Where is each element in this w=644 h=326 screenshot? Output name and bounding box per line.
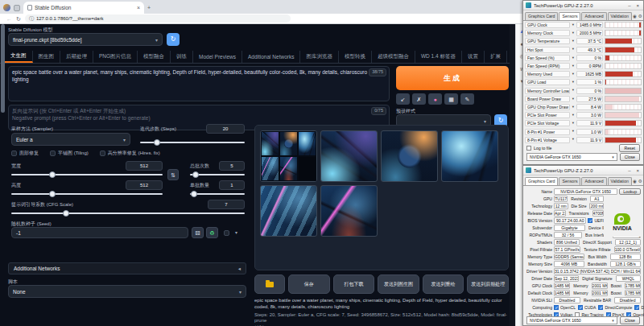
screenshot-icon[interactable]: ◉ [633, 14, 637, 19]
gallery-thumb[interactable] [381, 130, 438, 182]
chevron-down-icon[interactable]: ▾ [570, 47, 576, 52]
webui-tab[interactable]: 模型转换 [339, 51, 372, 63]
width-value[interactable]: 512 [126, 161, 163, 171]
height-value[interactable]: 512 [126, 180, 163, 190]
gpu-select-dropdown[interactable]: NVIDIA GeForce GTX 1650 ▾ [526, 316, 617, 324]
extra-networks-button[interactable]: ● [428, 93, 442, 105]
gallery-thumb[interactable] [320, 185, 378, 237]
webui-tab[interactable]: Additional Networks [242, 51, 300, 63]
gpuz-tab[interactable]: Graphics Card [525, 177, 558, 185]
close-icon[interactable]: × [634, 168, 641, 173]
steps-slider[interactable] [140, 142, 245, 143]
chevron-down-icon[interactable]: ▾ [570, 138, 576, 142]
profile-avatar[interactable] [3, 4, 10, 11]
close-icon[interactable]: × [634, 3, 641, 8]
back-icon[interactable]: ← [6, 16, 12, 22]
chevron-down-icon[interactable]: ▾ [570, 39, 576, 43]
send-to-img2img-button[interactable]: 发送到图生图 [378, 274, 419, 294]
webui-tab[interactable]: 设置 [462, 51, 485, 63]
option-checkbox[interactable]: 高分辨率修复 (Hires. fix) [100, 150, 160, 157]
gpuz-title-bar[interactable]: TechPowerUp GPU-Z 2.27.0 – × [523, 1, 643, 10]
seed-input[interactable]: -1 [11, 227, 188, 238]
webui-tab[interactable]: PNG图片信息 [93, 51, 138, 63]
chevron-down-icon[interactable]: ▾ [570, 23, 576, 27]
gpuz-tab[interactable]: Advanced [581, 12, 606, 20]
gpuz-tab[interactable]: Sensors [559, 177, 580, 185]
webui-tab[interactable]: 图生图 [33, 51, 61, 63]
lookup-button[interactable]: Lookup [619, 188, 641, 195]
steps-value[interactable]: 20 [206, 124, 245, 134]
cfg-slider[interactable] [11, 213, 245, 214]
gpuz-tab[interactable]: Validation [608, 12, 632, 20]
prompt-input[interactable]: epic space battle over a water planet, m… [9, 67, 389, 101]
save-style-button[interactable]: ✎ [460, 93, 474, 105]
gpuz-tab[interactable]: Graphics Card [525, 12, 558, 20]
close-button[interactable]: Close [620, 153, 640, 161]
chevron-down-icon[interactable]: ▾ [570, 56, 576, 60]
chevron-down-icon[interactable]: ▾ [570, 64, 576, 68]
clear-prompt-button[interactable]: ✗ [412, 93, 426, 105]
chevron-down-icon[interactable]: ▾ [570, 130, 576, 134]
tab-close-icon[interactable]: × [137, 5, 140, 10]
gallery-thumb-grid[interactable] [260, 130, 317, 182]
chevron-down-icon[interactable]: ▾ [570, 31, 576, 35]
script-dropdown[interactable]: None ▾ [8, 285, 246, 298]
webui-tab[interactable]: Model Previews [193, 51, 242, 63]
webui-tab[interactable]: 模型融合 [138, 51, 171, 63]
gallery-thumb[interactable] [320, 130, 378, 182]
batch-count-slider[interactable] [190, 174, 245, 175]
batch-count-value[interactable]: 5 [219, 161, 245, 171]
refresh-icon[interactable]: ↻ [16, 16, 21, 22]
send-to-extras-button[interactable]: 发送到后期处理 [467, 274, 509, 294]
page-scrollbar-thumb[interactable] [1, 24, 5, 113]
width-slider[interactable] [11, 174, 163, 175]
gpu-select-dropdown[interactable]: NVIDIA GeForce GTX 1650 ▾ [526, 153, 617, 161]
height-slider[interactable] [11, 193, 163, 195]
gpuz-title-bar[interactable]: TechPowerUp GPU-Z 2.27.0 – × [523, 166, 643, 175]
minimize-icon[interactable]: – [626, 168, 632, 173]
batch-size-value[interactable]: 1 [219, 180, 245, 190]
gpuz-tab[interactable]: Sensors [559, 12, 580, 20]
webui-tab[interactable]: 文生图 [5, 51, 33, 63]
batch-size-slider[interactable] [190, 193, 245, 195]
option-checkbox[interactable]: 面部修复 [11, 150, 39, 157]
checkbox-box[interactable] [50, 151, 56, 156]
webui-tab[interactable]: 后期处理 [60, 51, 93, 63]
settings-gear-icon[interactable]: ⚙ [638, 180, 642, 184]
checkpoint-dropdown[interactable]: final-prune.ckpt [8bd59c5dde] ▾ [8, 33, 163, 46]
generate-button[interactable]: 生成 [396, 66, 509, 90]
webui-tab[interactable]: 超级模型融合 [372, 51, 415, 63]
swap-dimensions-button[interactable]: ⇅ [167, 169, 179, 180]
checkbox-box[interactable] [100, 151, 105, 156]
webui-tab[interactable]: 训练 [171, 51, 193, 63]
checkbox-box[interactable] [224, 230, 229, 236]
page-scrollbar[interactable] [510, 24, 515, 326]
chevron-down-icon[interactable]: ▾ [570, 89, 576, 93]
minimize-icon[interactable]: – [626, 3, 632, 8]
random-seed-button[interactable]: ⚄ [192, 227, 204, 238]
chevron-down-icon[interactable]: ▾ [570, 97, 576, 101]
reuse-seed-button[interactable]: ♻ [206, 227, 218, 238]
webui-tab[interactable]: 图库浏览器 [300, 51, 339, 63]
save-button[interactable]: 保存 [288, 274, 330, 294]
close-button[interactable]: Close [620, 316, 640, 324]
additional-networks-accordion[interactable]: Additional Networks ◂ [8, 262, 246, 274]
workspace-icon[interactable] [14, 5, 20, 11]
cfg-value[interactable]: 7 [208, 200, 245, 209]
screenshot-icon[interactable]: ◉ [633, 180, 637, 184]
extra-seed-checkbox[interactable] [224, 230, 229, 236]
chevron-down-icon[interactable]: ▾ [570, 113, 576, 118]
sampler-dropdown[interactable]: Euler a ▾ [11, 133, 130, 146]
reset-button[interactable]: Reset [619, 144, 640, 152]
chevron-down-icon[interactable]: ▾ [235, 229, 237, 235]
webui-tab[interactable]: WD 1.4 标签器 [415, 51, 462, 63]
gpuz-tab[interactable]: Advanced [581, 177, 606, 185]
webui-tab[interactable]: 扩展 [485, 51, 507, 63]
chevron-down-icon[interactable]: ▾ [570, 105, 576, 109]
browser-tab[interactable]: Stable Diffusion × [23, 2, 144, 14]
settings-gear-icon[interactable]: ⚙ [638, 14, 642, 19]
gallery-thumb[interactable] [441, 130, 498, 182]
site-info-icon[interactable]: ⓘ [29, 16, 34, 21]
chevron-down-icon[interactable]: ▾ [570, 80, 576, 85]
new-tab-button[interactable]: + [147, 5, 151, 10]
